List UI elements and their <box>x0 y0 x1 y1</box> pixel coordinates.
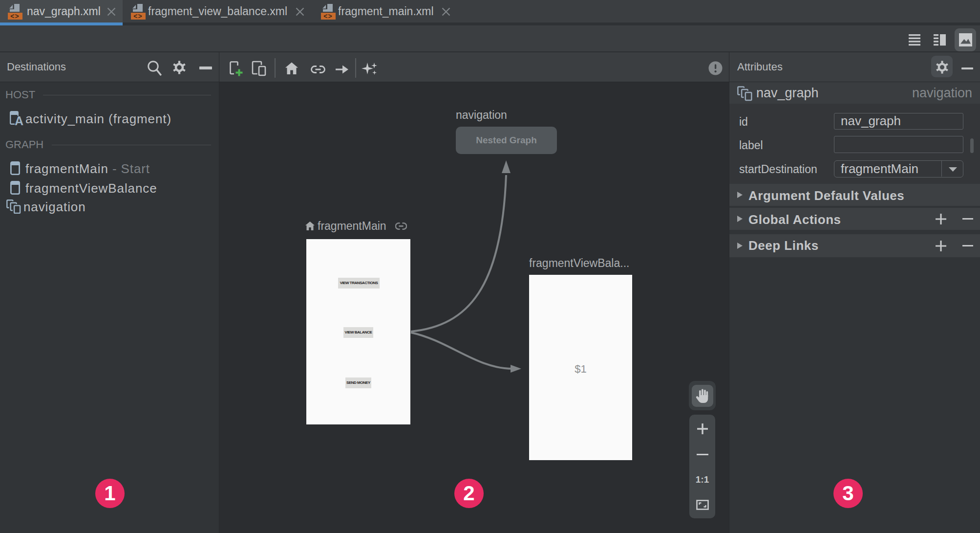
svg-text:<>: <> <box>133 12 142 20</box>
svg-text:<>: <> <box>10 12 19 20</box>
svg-text:<>: <> <box>323 12 332 20</box>
svg-text:A: A <box>15 114 23 126</box>
